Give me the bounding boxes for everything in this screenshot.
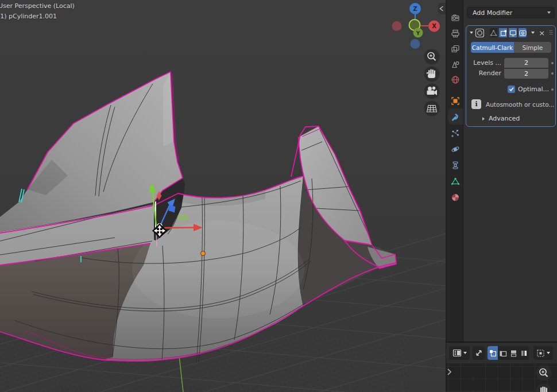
animate-dot-icon[interactable]: [551, 72, 554, 75]
tab-object-properties[interactable]: [450, 96, 461, 106]
mesh-data-triangle-icon: [451, 177, 460, 186]
bottom-editor: [446, 341, 557, 392]
tab-view-layer-properties[interactable]: [450, 44, 461, 54]
toggle-render[interactable]: [519, 28, 527, 37]
display-options-menu[interactable]: [533, 346, 553, 360]
physics-orbit-icon: [451, 145, 460, 154]
optimal-display-label: Optimal...: [518, 86, 549, 93]
tab-particle-properties[interactable]: [450, 128, 461, 138]
properties-panel: Add Modifier: [463, 0, 557, 341]
editor-type-menu[interactable]: [449, 346, 470, 360]
axis-x-label: X: [432, 23, 436, 29]
face-select-button[interactable]: [508, 346, 519, 360]
levels-label: Levels ...: [466, 59, 504, 67]
render-toggle-icon: [519, 29, 527, 37]
gizmo-plane-handle-green[interactable]: [178, 215, 188, 220]
pan-button[interactable]: [424, 67, 440, 82]
sync-arrows-icon: [475, 349, 483, 357]
uv-zoom-button[interactable]: [536, 366, 552, 381]
expand-chevron-icon[interactable]: [470, 32, 473, 34]
edge-select-icon: [500, 350, 507, 357]
animate-dot-icon[interactable]: [551, 62, 554, 64]
axis-ball-neg-z[interactable]: [411, 39, 420, 49]
info-message-row: i Autosmooth or custo...: [471, 99, 554, 109]
axis-y-label: Y: [416, 30, 420, 36]
chevron-down-icon: [547, 352, 550, 354]
modifier-header: ×: [466, 26, 555, 40]
edge-select-button[interactable]: [498, 346, 508, 360]
sidebar-collapse-tab[interactable]: [438, 3, 446, 14]
optimal-display-checkbox[interactable]: [508, 86, 515, 93]
info-icon: i: [471, 99, 481, 109]
add-modifier-dropdown[interactable]: Add Modifier: [467, 7, 555, 18]
tab-scene-properties[interactable]: [450, 59, 461, 69]
edit-mode-icon: [500, 29, 507, 37]
add-modifier-label: Add Modifier: [473, 9, 547, 17]
properties-tab-strip: [446, 0, 463, 341]
material-sphere-icon: [451, 193, 460, 202]
tab-constraint-properties[interactable]: [450, 160, 461, 170]
tab-output-properties[interactable]: [450, 28, 461, 38]
render-levels-row: Render 2: [466, 68, 556, 78]
uv-editor-header: [446, 343, 557, 363]
chevron-down-icon: [547, 11, 551, 14]
animate-dot-icon[interactable]: [551, 88, 554, 91]
uv-editor-canvas[interactable]: [446, 363, 557, 392]
advanced-label: Advanced: [489, 115, 520, 122]
render-label: Render: [466, 69, 504, 77]
drag-handle-icon[interactable]: [550, 30, 553, 36]
image-editor-icon: [452, 348, 462, 358]
subdivision-modifier-panel: × Catmull-Clark Simple Levels ... 2 Rend…: [466, 25, 556, 127]
tab-render-properties[interactable]: [450, 13, 461, 23]
wrench-icon: [451, 112, 460, 122]
tab-modifier-properties[interactable]: [450, 112, 461, 122]
camera-view-button[interactable]: [424, 84, 440, 99]
toggle-edit-mode[interactable]: [499, 28, 507, 37]
scene-cone-sphere-icon: [451, 60, 460, 69]
render-value-field[interactable]: 2: [504, 69, 548, 79]
tab-object-data-properties[interactable]: [450, 176, 461, 187]
printer-icon: [451, 29, 460, 38]
particles-icon: [451, 129, 460, 138]
island-select-button[interactable]: [519, 346, 529, 360]
face-select-icon: [510, 350, 517, 357]
levels-value-field[interactable]: 2: [504, 58, 548, 68]
overlay-options-icon: [536, 349, 545, 358]
object-origin-dot: [201, 251, 206, 256]
toggle-on-cage[interactable]: [490, 28, 498, 37]
levels-viewport-row: Levels ... 2: [466, 58, 556, 68]
zoom-button[interactable]: [424, 49, 440, 65]
render-camera-icon: [451, 13, 460, 22]
gizmo-x-axis[interactable]: [164, 228, 194, 228]
viewport-3d[interactable]: Z Y X: [0, 0, 446, 392]
checkmark-icon: [509, 87, 514, 92]
on-cage-icon: [490, 29, 497, 37]
catmull-clark-button[interactable]: Catmull-Clark: [471, 42, 514, 53]
tab-material-properties[interactable]: [450, 192, 461, 203]
monitor-icon: [509, 29, 517, 37]
info-text: Autosmooth or custo...: [486, 101, 554, 108]
subsurf-modifier-icon: [475, 28, 484, 38]
axis-ball-neg-x[interactable]: [392, 21, 402, 31]
chevron-down-icon: [463, 352, 467, 354]
optimal-display-row: Optimal...: [466, 86, 556, 93]
advanced-section-toggle[interactable]: Advanced: [482, 115, 520, 122]
tab-physics-properties[interactable]: [450, 144, 461, 154]
uv-sync-selection-toggle[interactable]: [473, 346, 485, 360]
constraint-clamp-icon: [451, 161, 460, 170]
object-square-icon: [451, 96, 460, 106]
delete-modifier-button[interactable]: ×: [539, 29, 545, 37]
simple-button[interactable]: Simple: [514, 42, 551, 53]
axis-z-label: Z: [413, 6, 417, 12]
blender-window: Z Y X: [0, 0, 557, 392]
world-globe-icon: [451, 75, 460, 84]
vertex-select-icon: [489, 350, 497, 357]
vertex-select-button[interactable]: [488, 346, 498, 360]
toggle-realtime[interactable]: [509, 28, 517, 37]
grid-ortho-button[interactable]: [424, 101, 440, 117]
chevron-right-icon: [482, 117, 485, 121]
tab-world-properties[interactable]: [450, 75, 461, 85]
uv-select-mode-group: [488, 346, 529, 360]
images-stack-icon: [451, 44, 460, 53]
extras-chevron-icon[interactable]: [531, 32, 535, 34]
